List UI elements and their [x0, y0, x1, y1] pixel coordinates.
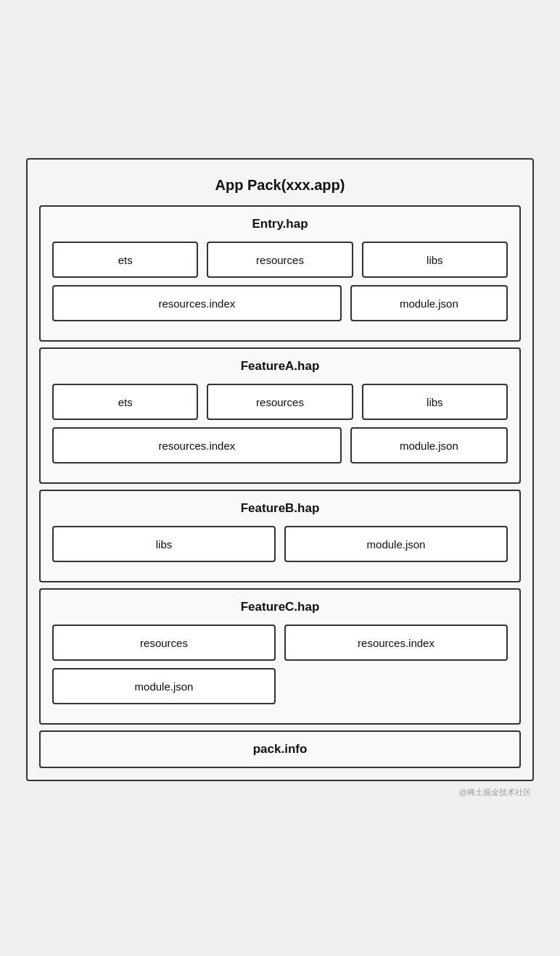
featureA-resources-index-box: resources.index [52, 427, 342, 463]
featureA-hap-title: FeatureA.hap [52, 359, 508, 374]
featureA-module-json-box: module.json [350, 427, 508, 463]
featureC-resources-index-box: resources.index [284, 625, 508, 661]
featureA-hap-container: FeatureA.hap ets resources libs resource… [39, 347, 521, 484]
app-pack-container: App Pack(xxx.app) Entry.hap ets resource… [26, 158, 534, 781]
entry-row-2: resources.index module.json [52, 285, 508, 321]
entry-resources-index-box: resources.index [52, 285, 342, 321]
featureA-row-1: ets resources libs [52, 384, 508, 420]
featureA-libs-box: libs [362, 384, 508, 420]
entry-ets-box: ets [52, 242, 198, 278]
watermark: @稀土掘金技术社区 [26, 787, 534, 798]
pack-info-container: pack.info [39, 730, 521, 768]
pack-info-label: pack.info [253, 742, 308, 756]
entry-module-json-box: module.json [350, 285, 508, 321]
featureC-row-2: module.json [52, 668, 508, 704]
featureB-module-json-box: module.json [284, 526, 508, 562]
featureC-module-json-box: module.json [52, 668, 276, 704]
featureC-row-1: resources resources.index [52, 625, 508, 661]
entry-hap-title: Entry.hap [52, 217, 508, 231]
featureA-ets-box: ets [52, 384, 198, 420]
entry-hap-container: Entry.hap ets resources libs resources.i… [39, 205, 521, 342]
featureB-row-1: libs module.json [52, 526, 508, 562]
page-wrapper: App Pack(xxx.app) Entry.hap ets resource… [0, 0, 560, 956]
entry-row-1: ets resources libs [52, 242, 508, 278]
featureB-hap-title: FeatureB.hap [52, 501, 508, 516]
featureA-resources-box: resources [207, 384, 353, 420]
app-title: App Pack(xxx.app) [39, 171, 521, 205]
featureC-hap-title: FeatureC.hap [52, 600, 508, 614]
featureB-hap-container: FeatureB.hap libs module.json [39, 490, 521, 582]
featureB-libs-box: libs [52, 526, 276, 562]
featureA-row-2: resources.index module.json [52, 427, 508, 463]
featureC-hap-container: FeatureC.hap resources resources.index m… [39, 588, 521, 725]
entry-resources-box: resources [207, 242, 353, 278]
entry-libs-box: libs [362, 242, 508, 278]
featureC-resources-box: resources [52, 625, 276, 661]
